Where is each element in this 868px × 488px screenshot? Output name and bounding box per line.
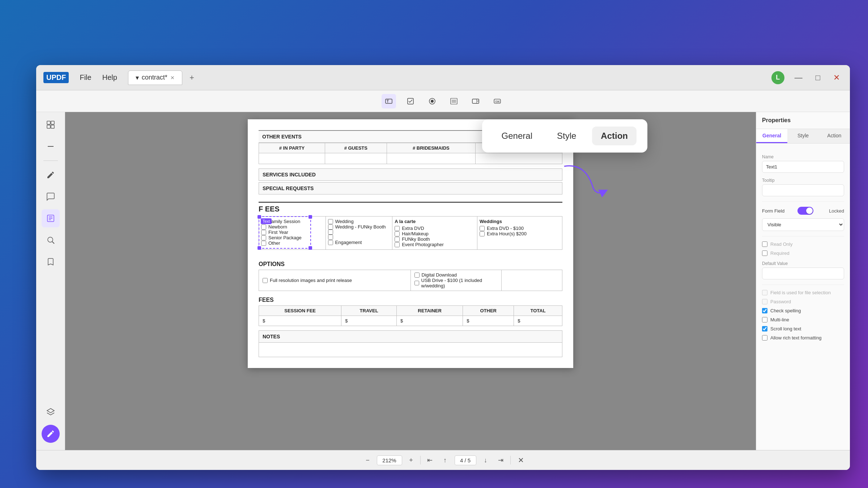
- party-value: [259, 153, 325, 164]
- file-menu[interactable]: File: [80, 73, 91, 82]
- options-section: OPTIONS Full resolution images and print…: [259, 261, 562, 291]
- tab-close-btn[interactable]: ✕: [170, 75, 175, 81]
- extra-hour-item: Extra Hour(s) $200: [480, 231, 560, 236]
- general-style-action-popup: General Style Action: [482, 119, 647, 153]
- blank2: [328, 235, 390, 240]
- panel-tabs: General Style Action: [756, 129, 850, 144]
- checkbox-tool[interactable]: [403, 94, 418, 108]
- tooltip-input[interactable]: [762, 184, 844, 196]
- document-tab[interactable]: ▾ contract* ✕: [128, 70, 182, 85]
- guests-value: [325, 153, 387, 164]
- form-field-toggle[interactable]: [797, 207, 813, 215]
- help-menu[interactable]: Help: [102, 73, 117, 82]
- form-toolbar: T OK: [36, 90, 850, 112]
- hair-makeup-item: Hair/Makeup: [395, 231, 475, 236]
- radio-tool[interactable]: [425, 94, 439, 108]
- new-tab-btn[interactable]: +: [186, 72, 198, 84]
- tab-general[interactable]: General: [756, 129, 787, 143]
- bookmark-icon[interactable]: [42, 253, 60, 271]
- comment-icon[interactable]: [42, 188, 60, 206]
- page-next-btn[interactable]: ↓: [480, 454, 492, 466]
- close-btn[interactable]: ✕: [830, 72, 843, 83]
- fees-table: SESSION FEE TRAVEL RETAINER OTHER TOTAL …: [259, 305, 562, 326]
- svg-rect-15: [47, 125, 50, 128]
- ala-carte-header: A la carte: [395, 219, 475, 224]
- svg-rect-16: [51, 125, 54, 128]
- layers-icon[interactable]: [42, 403, 60, 421]
- multiline-label: Multi-line: [770, 317, 789, 322]
- menu-bar: File Help: [80, 73, 117, 82]
- senior-pkg-item: Senior Package: [261, 235, 323, 240]
- name-label: Name: [762, 154, 844, 159]
- readonly-checkbox[interactable]: [762, 241, 767, 247]
- svg-line-23: [52, 242, 54, 244]
- search-icon[interactable]: [42, 231, 60, 249]
- page-last-btn[interactable]: ⇥: [495, 454, 507, 466]
- full-res-item: Full resolution images and print release: [263, 278, 407, 283]
- rich-text-row: Allow rich text formatting: [762, 335, 844, 341]
- notes-field: [259, 343, 562, 357]
- close-bottom-btn[interactable]: ✕: [518, 456, 524, 465]
- services-grid-wrapper: Text Family Session Newborn First Year S…: [259, 216, 562, 254]
- usb-item: USB Drive - $100 (1 included w/wedding): [414, 278, 498, 288]
- file-select-checkbox[interactable]: [762, 290, 767, 295]
- zoom-plus-btn[interactable]: +: [406, 455, 417, 466]
- locked-label: Locked: [829, 208, 844, 214]
- check-spelling-row: Check spelling: [762, 308, 844, 313]
- thumbnail-icon[interactable]: [42, 116, 60, 134]
- multiline-row: Multi-line: [762, 317, 844, 322]
- page-first-btn[interactable]: ⇤: [424, 454, 436, 466]
- retainer-value: $: [396, 316, 463, 326]
- check-spelling-checkbox[interactable]: [762, 308, 767, 313]
- page-indicator[interactable]: 4 / 5: [455, 455, 476, 465]
- total-value: $: [514, 316, 562, 326]
- required-checkbox[interactable]: [762, 251, 767, 256]
- svg-rect-13: [47, 121, 50, 124]
- rich-text-checkbox[interactable]: [762, 335, 767, 341]
- rich-text-label: Allow rich text formatting: [770, 335, 822, 341]
- main-area: General Style Action: [36, 112, 850, 450]
- form-icon[interactable]: [42, 209, 60, 227]
- session-fee-value: $: [259, 316, 341, 326]
- title-bar: UPDF File Help ▾ contract* ✕ + L — □ ✕: [36, 65, 850, 90]
- minimize-btn[interactable]: —: [792, 72, 805, 83]
- travel-header: TRAVEL: [341, 306, 397, 316]
- list-tool[interactable]: [447, 94, 461, 108]
- popup-tab-style[interactable]: Style: [548, 127, 585, 145]
- maximize-btn[interactable]: □: [813, 72, 823, 83]
- dropdown-tool[interactable]: [468, 94, 483, 108]
- other-item: Other: [261, 240, 323, 246]
- tab-style[interactable]: Style: [787, 129, 818, 143]
- svg-text:OK: OK: [495, 100, 500, 103]
- required-row: Required: [762, 251, 844, 256]
- app-window: UPDF File Help ▾ contract* ✕ + L — □ ✕ T: [36, 65, 850, 470]
- collapse-icon[interactable]: [42, 137, 60, 155]
- scroll-long-checkbox[interactable]: [762, 326, 767, 331]
- popup-tab-action[interactable]: Action: [592, 127, 637, 145]
- readonly-row: Read Only: [762, 241, 844, 247]
- visible-select[interactable]: Visible Hidden No Print: [762, 218, 844, 231]
- default-value-input[interactable]: [762, 267, 844, 279]
- edit-icon[interactable]: [42, 166, 60, 184]
- zoom-minus-btn[interactable]: −: [362, 455, 373, 466]
- extra-dvd-100-item: Extra DVD - $100: [480, 226, 560, 231]
- popup-tab-general[interactable]: General: [493, 127, 541, 145]
- total-header: TOTAL: [514, 306, 562, 316]
- text-field-tool[interactable]: T: [382, 94, 396, 108]
- col-guests: # GUESTS: [325, 143, 387, 153]
- name-input[interactable]: [762, 161, 844, 173]
- bottom-toolbar: − 212% + ⇤ ↑ 4 / 5 ↓ ⇥ ✕: [36, 450, 850, 470]
- pen-tool-icon[interactable]: [42, 425, 60, 443]
- multiline-checkbox[interactable]: [762, 317, 767, 322]
- blank1: [328, 230, 390, 235]
- zoom-display[interactable]: 212%: [377, 455, 402, 465]
- notes-header: NOTES: [259, 330, 562, 343]
- page-prev-btn[interactable]: ↑: [439, 454, 451, 466]
- pdf-content-area[interactable]: General Style Action: [65, 112, 756, 450]
- password-checkbox[interactable]: [762, 299, 767, 304]
- toggle-knob: [806, 207, 813, 214]
- tab-area: ▾ contract* ✕ +: [128, 70, 198, 85]
- button-tool[interactable]: OK: [490, 94, 505, 108]
- session-fee-header: SESSION FEE: [259, 306, 341, 316]
- tab-action[interactable]: Action: [819, 129, 850, 143]
